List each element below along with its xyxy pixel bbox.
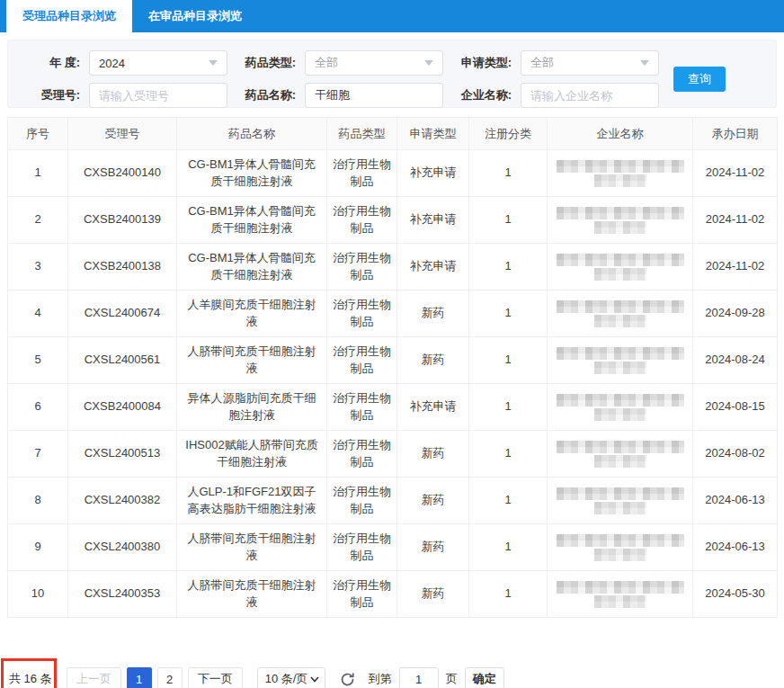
cell-app-type: 新药 — [397, 431, 469, 478]
cell-date: 2024-09-28 — [693, 290, 778, 337]
redacted-company-mosaic — [553, 347, 687, 374]
caret-down-icon — [640, 60, 649, 66]
redacted-company-mosaic — [553, 300, 687, 327]
cell-drug-type: 治疗用生物制品 — [327, 431, 397, 478]
table-row: 9 CXSL2400380 人脐带间充质干细胞注射液 治疗用生物制品 新药 1 … — [8, 524, 778, 571]
table-row: 1 CXSB2400140 CG-BM1异体人骨髓间充质干细胞注射液 治疗用生物… — [8, 150, 778, 197]
cell-accept-no: CXSL2400513 — [68, 431, 177, 478]
chevron-down-icon — [310, 676, 319, 683]
results-table: 序号 受理号 药品名称 药品类型 申请类型 注册分类 企业名称 承办日期 1 C… — [7, 117, 778, 618]
next-page-button[interactable]: 下一页 — [188, 667, 243, 688]
cell-accept-no: CXSL2400561 — [68, 337, 177, 384]
cell-drug-name: 人脐带间充质干细胞注射液 — [177, 337, 327, 384]
page-button-1[interactable]: 1 — [127, 667, 152, 688]
cell-company-redacted — [548, 524, 693, 571]
app-type-label: 申请类型: — [452, 55, 521, 71]
col-header-company: 企业名称 — [548, 118, 693, 150]
tab-under-review-catalog[interactable]: 在审品种目录浏览 — [132, 0, 258, 32]
cell-drug-name: 异体人源脂肪间充质干细胞注射液 — [177, 384, 327, 431]
table-row: 8 CXSL2400382 人GLP-1和FGF21双因子高表达脂肪干细胞注射液… — [8, 478, 778, 524]
drug-type-label: 药品类型: — [236, 55, 305, 71]
cell-drug-type: 治疗用生物制品 — [327, 337, 397, 384]
redacted-company-mosaic — [553, 441, 687, 468]
drug-name-input[interactable] — [305, 83, 443, 108]
table-row: 6 CXSB2400084 异体人源脂肪间充质干细胞注射液 治疗用生物制品 补充… — [8, 384, 778, 431]
cell-drug-type: 治疗用生物制品 — [327, 571, 397, 618]
table-row: 7 CXSL2400513 IHS002赋能人脐带间充质干细胞注射液 治疗用生物… — [8, 431, 778, 478]
redacted-company-mosaic — [553, 394, 687, 421]
app-type-select[interactable]: 全部 — [521, 50, 659, 76]
col-header-reg-class: 注册分类 — [469, 118, 548, 150]
prev-page-button[interactable]: 上一页 — [67, 667, 121, 688]
cell-accept-no: CXSL2400674 — [68, 290, 177, 337]
accept-no-input[interactable] — [89, 83, 227, 108]
app-type-select-value: 全部 — [530, 55, 554, 71]
cell-no: 9 — [8, 524, 68, 571]
table-row: 2 CXSB2400139 CG-BM1异体人骨髓间充质干细胞注射液 治疗用生物… — [8, 197, 778, 244]
table-row: 5 CXSL2400561 人脐带间充质干细胞注射液 治疗用生物制品 新药 1 … — [8, 337, 778, 384]
cell-app-type: 补充申请 — [397, 150, 469, 197]
drug-name-group: 药品名称: — [236, 83, 443, 108]
cell-no: 7 — [8, 431, 68, 478]
cell-date: 2024-06-13 — [693, 478, 778, 524]
cell-reg-class: 1 — [469, 384, 548, 431]
confirm-button[interactable]: 确定 — [465, 667, 504, 688]
page-size-value: 10 条/页 — [265, 671, 308, 687]
year-select-value: 2024 — [99, 57, 125, 70]
cell-drug-type: 治疗用生物制品 — [327, 150, 397, 197]
cell-no: 5 — [8, 337, 68, 384]
table-row: 3 CXSB2400138 CG-BM1异体人骨髓间充质干细胞注射液 治疗用生物… — [8, 244, 778, 290]
pagination-bar: 共 16 条 上一页 1 2 下一页 10 条/页 到第 页 确定 — [9, 667, 504, 688]
cell-drug-type: 治疗用生物制品 — [327, 384, 397, 431]
cell-accept-no: CXSB2400084 — [68, 384, 177, 431]
col-header-drug-type: 药品类型 — [327, 118, 397, 150]
cell-accept-no: CXSB2400138 — [68, 244, 177, 290]
cell-date: 2024-08-02 — [693, 431, 778, 478]
cell-drug-name: 人脐带间充质干细胞注射液 — [177, 524, 327, 571]
drug-name-label: 药品名称: — [236, 87, 305, 103]
cell-company-redacted — [548, 244, 693, 290]
table-row: 10 CXSL2400353 人脐带间充质干细胞注射液 治疗用生物制品 新药 1… — [8, 571, 778, 618]
cell-company-redacted — [548, 197, 693, 244]
search-row-1: 年 度: 2024 药品类型: 全部 申请类型: 全部 — [21, 49, 776, 76]
cell-drug-name: 人脐带间充质干细胞注射液 — [177, 571, 327, 618]
cell-accept-no: CXSL2400382 — [68, 478, 177, 524]
cell-drug-type: 治疗用生物制品 — [327, 524, 397, 571]
company-group: 企业名称: — [452, 83, 659, 108]
cell-reg-class: 1 — [469, 244, 548, 290]
cell-date: 2024-11-02 — [693, 244, 778, 290]
cell-company-redacted — [548, 290, 693, 337]
tab-accepted-catalog[interactable]: 受理品种目录浏览 — [6, 0, 132, 32]
cell-drug-type: 治疗用生物制品 — [327, 244, 397, 290]
cell-company-redacted — [548, 337, 693, 384]
cell-company-redacted — [548, 384, 693, 431]
cell-no: 3 — [8, 244, 68, 290]
cell-company-redacted — [548, 571, 693, 618]
year-select[interactable]: 2024 — [89, 50, 227, 76]
cell-date: 2024-11-02 — [693, 197, 778, 244]
cell-reg-class: 1 — [469, 478, 548, 524]
cell-app-type: 新药 — [397, 337, 469, 384]
cell-date: 2024-05-30 — [693, 571, 778, 618]
cell-reg-class: 1 — [469, 150, 548, 197]
redacted-company-mosaic — [553, 487, 687, 514]
query-button[interactable]: 查询 — [673, 67, 726, 92]
search-row-2: 受理号: 药品名称: 企业名称: — [21, 82, 776, 109]
col-header-accept-no: 受理号 — [68, 118, 177, 150]
company-input[interactable] — [521, 83, 659, 108]
cell-reg-class: 1 — [469, 290, 548, 337]
page-button-2[interactable]: 2 — [157, 667, 183, 688]
goto-page-input[interactable] — [399, 667, 439, 688]
caret-down-icon — [209, 60, 218, 66]
drug-type-select-value: 全部 — [315, 55, 338, 71]
page-size-select[interactable]: 10 条/页 — [257, 667, 325, 688]
redacted-company-mosaic — [553, 207, 687, 234]
refresh-icon[interactable] — [336, 667, 360, 688]
goto-suffix-label: 页 — [446, 671, 458, 687]
drug-type-select[interactable]: 全部 — [305, 50, 443, 76]
cell-drug-name: 人GLP-1和FGF21双因子高表达脂肪干细胞注射液 — [177, 478, 327, 524]
total-count-text: 共 16 条 — [9, 671, 52, 687]
cell-drug-name: 人羊膜间充质干细胞注射液 — [177, 290, 327, 337]
cell-app-type: 新药 — [397, 478, 469, 524]
col-header-date: 承办日期 — [693, 118, 778, 150]
